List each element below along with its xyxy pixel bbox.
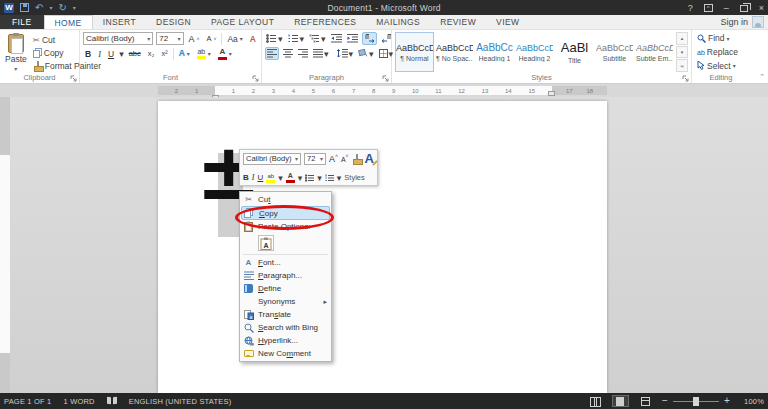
menu-item-synonyms[interactable]: Synonyms ▸: [241, 295, 330, 308]
ltr-text-direction-button[interactable]: [362, 32, 377, 45]
mini-bullets-icon[interactable]: [305, 174, 314, 182]
strikethrough-button[interactable]: abc: [127, 47, 143, 60]
help-icon[interactable]: ?: [688, 3, 693, 13]
tab-home[interactable]: HOME: [44, 15, 93, 29]
horizontal-ruler[interactable]: 2 1 1 2 3 4 5 6 7 8 9 10 11 12 13 14 15: [158, 86, 607, 95]
align-left-button[interactable]: [265, 47, 279, 60]
highlight-button[interactable]: ab ▾: [195, 47, 213, 60]
redo-icon[interactable]: ↻: [58, 3, 66, 13]
mini-shrink-font-button[interactable]: A˅: [341, 153, 349, 164]
menu-item-translate[interactable]: a Translate: [241, 308, 330, 321]
word-count[interactable]: 1 WORD: [64, 397, 95, 406]
sign-in[interactable]: Sign in: [720, 15, 768, 29]
keep-source-formatting-button[interactable]: A: [258, 235, 274, 251]
mini-bold-button[interactable]: B: [243, 173, 249, 182]
undo-icon[interactable]: ↶: [35, 3, 43, 13]
change-case-button[interactable]: Aa▾: [225, 32, 244, 45]
font-dialog-launcher[interactable]: [252, 75, 259, 82]
align-right-button[interactable]: [297, 47, 309, 60]
mini-grow-font-button[interactable]: A˄: [329, 153, 338, 164]
paragraph-dialog-launcher[interactable]: [382, 75, 389, 82]
page-indicator[interactable]: PAGE 1 OF 1: [4, 397, 52, 406]
find-button[interactable]: Find ▾: [695, 32, 747, 45]
style-heading-2[interactable]: AaBbCcD Heading 2: [515, 32, 554, 72]
mini-highlight-button[interactable]: ab: [266, 173, 275, 183]
superscript-button[interactable]: x²: [159, 47, 169, 60]
right-indent-marker[interactable]: [548, 91, 555, 96]
italic-button[interactable]: I: [96, 47, 103, 60]
mini-italic-button[interactable]: I: [252, 173, 255, 182]
web-layout-button[interactable]: [637, 395, 654, 407]
mini-font-color-dropdown-icon[interactable]: ▾: [298, 173, 303, 183]
mini-font-size-select[interactable]: 72 ▾: [304, 153, 326, 165]
style-no-spacing[interactable]: AaBbCcDc ¶ No Spac...: [435, 32, 474, 72]
clear-formatting-button[interactable]: A: [248, 32, 258, 45]
subscript-button[interactable]: x₂: [146, 47, 157, 60]
shading-button[interactable]: ▾: [357, 47, 375, 60]
grow-font-button[interactable]: A˄: [187, 32, 202, 45]
menu-item-cut[interactable]: ✂ Cut: [241, 193, 330, 206]
justify-button[interactable]: ▾: [312, 47, 330, 60]
style-normal[interactable]: AaBbCcDc ¶ Normal: [395, 32, 434, 72]
restore-icon[interactable]: [740, 5, 748, 12]
font-size-select[interactable]: 72 ▾: [156, 32, 183, 45]
tab-view[interactable]: VIEW: [486, 15, 529, 29]
rtl-text-direction-button[interactable]: [380, 32, 393, 45]
styles-gallery-more[interactable]: ≂: [676, 59, 688, 72]
menu-item-paragraph[interactable]: Paragraph...: [241, 269, 330, 282]
zoom-percentage[interactable]: 100%: [738, 397, 764, 406]
mini-format-painter-icon[interactable]: [352, 154, 362, 164]
word-app-icon[interactable]: W: [4, 3, 14, 13]
underline-dropdown-icon[interactable]: ▾: [119, 49, 124, 59]
font-name-select[interactable]: Calibri (Body) ▾: [83, 32, 153, 45]
styles-scroll-down[interactable]: ▾: [676, 46, 688, 59]
style-title[interactable]: AaBl Title: [555, 32, 594, 72]
print-layout-button[interactable]: [612, 395, 629, 407]
close-icon[interactable]: ×: [759, 3, 764, 13]
mini-bullets-dropdown-icon[interactable]: ▾: [317, 173, 322, 183]
tab-review[interactable]: REVIEW: [430, 15, 486, 29]
multilevel-list-button[interactable]: ▾: [308, 32, 327, 45]
menu-item-search-with-bing[interactable]: Search with Bing: [241, 321, 330, 334]
mini-numbering-icon[interactable]: [325, 174, 334, 182]
numbering-button[interactable]: ▾: [287, 32, 306, 45]
menu-item-font[interactable]: A Font...: [241, 256, 330, 269]
minimize-icon[interactable]: –: [724, 3, 729, 13]
mini-font-name-select[interactable]: Calibri (Body) ▾: [243, 153, 301, 165]
mini-numbering-dropdown-icon[interactable]: ▾: [337, 173, 342, 183]
clipboard-dialog-launcher[interactable]: [70, 75, 77, 82]
styles-dialog-launcher[interactable]: [682, 75, 689, 82]
bullets-button[interactable]: ▾: [265, 32, 284, 45]
bold-button[interactable]: B: [83, 47, 93, 60]
decrease-indent-button[interactable]: [330, 32, 343, 45]
shrink-font-button[interactable]: A˅: [205, 32, 219, 45]
qat-customize-icon[interactable]: ▾: [73, 3, 76, 13]
menu-item-new-comment[interactable]: New Comment: [241, 347, 330, 360]
read-mode-button[interactable]: [587, 395, 604, 407]
zoom-out-button[interactable]: −: [662, 396, 668, 406]
mini-highlight-dropdown-icon[interactable]: ▾: [278, 173, 283, 183]
language-indicator[interactable]: ENGLISH (UNITED STATES): [129, 397, 232, 406]
tab-references[interactable]: REFERENCES: [284, 15, 366, 29]
collapse-ribbon-icon[interactable]: ⌃: [759, 73, 765, 81]
tab-insert[interactable]: INSERT: [93, 15, 146, 29]
style-heading-1[interactable]: AaBbCc Heading 1: [475, 32, 514, 72]
tab-file[interactable]: FILE: [0, 15, 44, 29]
menu-item-define[interactable]: Define: [241, 282, 330, 295]
menu-item-hyperlink[interactable]: Hyperlink...: [241, 334, 330, 347]
undo-dropdown-icon[interactable]: ▾: [49, 3, 52, 13]
menu-item-copy[interactable]: Copy: [241, 206, 330, 220]
select-button[interactable]: Select ▾: [695, 59, 747, 72]
zoom-in-button[interactable]: +: [724, 396, 730, 406]
line-spacing-button[interactable]: ▾: [336, 47, 355, 60]
zoom-slider[interactable]: [673, 401, 719, 402]
style-subtitle[interactable]: AaBbCcD Subtitle: [595, 32, 634, 72]
text-effects-button[interactable]: A ▾: [177, 47, 192, 60]
paste-button[interactable]: Paste ▾: [3, 32, 29, 72]
font-color-button[interactable]: A ▾: [216, 47, 234, 60]
replace-button[interactable]: ab Replace: [695, 46, 747, 59]
zoom-slider-thumb[interactable]: [693, 397, 699, 406]
save-icon[interactable]: [20, 3, 29, 12]
tab-page-layout[interactable]: PAGE LAYOUT: [201, 15, 284, 29]
proofing-status-icon[interactable]: [107, 397, 117, 405]
